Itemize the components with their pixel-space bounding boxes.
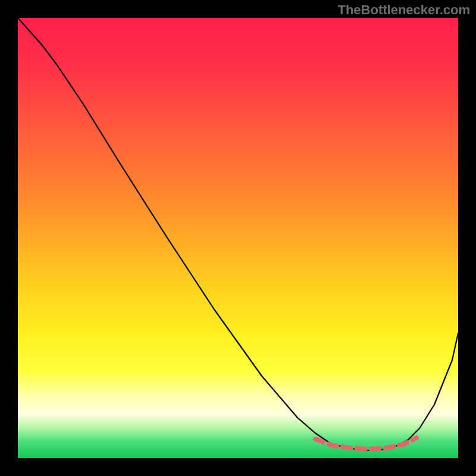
plot-background bbox=[18, 18, 458, 458]
chart-svg bbox=[0, 0, 476, 476]
watermark-text: TheBottlenecker.com bbox=[337, 2, 470, 18]
bottleneck-chart: TheBottlenecker.com bbox=[0, 0, 476, 476]
